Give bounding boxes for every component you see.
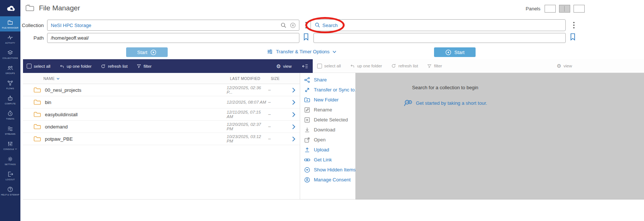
action-label: Upload (314, 147, 329, 153)
gear-icon: ⚙ (276, 64, 281, 69)
path-input-box (47, 33, 299, 43)
file-list: NAME LAST MODIFIED SIZE 00_nesi_projects… (23, 73, 300, 200)
action-manage-consent[interactable]: Manage Consent (300, 175, 355, 185)
bookmark-icon[interactable] (570, 33, 576, 41)
sidebar-item-label: STREAMS (5, 133, 16, 135)
action-show-hidden-items[interactable]: Show Hidden Items (300, 165, 355, 175)
action-share[interactable]: Share (300, 75, 355, 85)
sidebar-item-streams[interactable]: STREAMS (0, 123, 20, 138)
action-upload[interactable]: Upload (300, 145, 355, 155)
path-input-right[interactable] (314, 35, 565, 41)
column-header-name[interactable]: NAME (43, 77, 60, 81)
view-button[interactable]: ⚙ view (556, 63, 572, 68)
two-panel-button[interactable] (559, 5, 570, 13)
collection-search-input[interactable] (321, 23, 565, 28)
select-all-label: select all (324, 64, 341, 68)
filter-icon (427, 64, 432, 68)
empty-state-title: Search for a collection to begin (380, 85, 510, 90)
filter-button[interactable]: filter (137, 64, 152, 68)
sidebar-item-compute[interactable]: COMPUTE (0, 92, 20, 107)
three-panel-button[interactable] (574, 5, 585, 13)
path-input[interactable] (47, 35, 299, 41)
search-icon[interactable] (280, 22, 287, 29)
globus-logo[interactable] (0, 0, 20, 16)
table-row[interactable]: ondemand 12/20/2025, 02:37 PM – (23, 121, 300, 133)
start-transfer-button-left[interactable]: Start (126, 47, 168, 57)
up-one-folder-button[interactable]: up one folder (350, 63, 382, 68)
file-name: potpaw_PBE (45, 136, 227, 142)
chevron-down-icon (15, 148, 17, 150)
chevron-right-icon[interactable] (292, 136, 295, 142)
sidebar-item-activity[interactable]: ACTIVITY (0, 31, 20, 47)
view-button[interactable]: ⚙ view (276, 64, 292, 69)
tour-link-label: Get started by taking a short tour. (416, 100, 487, 106)
select-all-label: select all (34, 64, 50, 68)
table-row[interactable]: potpaw_PBE 10/23/2025, 03:12 PM – (23, 133, 300, 145)
file-modified: 12/2/2025, 08:07 AM (227, 100, 267, 104)
select-all-checkbox[interactable] (317, 64, 322, 68)
sidebar-item-help-sitemap[interactable]: HELP & SITEMAP (0, 183, 20, 198)
eye-icon (304, 167, 310, 173)
file-name: ondemand (45, 124, 227, 130)
share-icon (304, 77, 310, 83)
sidebar-item-file-manager[interactable]: FILE MANAGER (0, 16, 20, 31)
table-row[interactable]: easybuildinstall 12/11/2025, 07:15 AM – (23, 108, 300, 121)
one-panel-button[interactable] (545, 5, 556, 13)
refresh-list-button[interactable]: refresh list (391, 63, 418, 68)
action-rename: Rename (300, 105, 355, 115)
view-label: view (564, 64, 572, 68)
sidebar-item-flows[interactable]: FLOWS (0, 77, 20, 92)
sidebar-item-console[interactable]: CONSOLE (0, 138, 20, 153)
sidebar-item-logout[interactable]: LOGOUT (0, 168, 20, 183)
file-manager-icon (7, 19, 13, 26)
action-menu: Share Transfer or Sync to... New Folder … (300, 73, 355, 200)
action-get-link[interactable]: Get Link (300, 155, 355, 165)
search-menu-kebab-icon[interactable] (570, 20, 578, 30)
chevron-right-icon[interactable] (292, 124, 295, 130)
sidebar-item-label: COLLECTIONS (2, 57, 18, 59)
sidebar-item-label: COMPUTE (5, 103, 16, 105)
up-one-folder-button[interactable]: up one folder (59, 64, 92, 69)
main-area: File Manager Panels Collection Path Star… (20, 0, 644, 221)
select-all-control[interactable]: select all (27, 64, 50, 68)
folder-icon (33, 124, 41, 130)
folder-icon (33, 136, 41, 142)
sidebar-item-settings[interactable]: SETTINGS (0, 153, 20, 168)
action-label: New Folder (314, 97, 338, 103)
refresh-icon (101, 64, 106, 69)
action-new-folder[interactable]: New Folder (300, 95, 355, 105)
filter-button[interactable]: filter (427, 64, 442, 68)
sidebar-item-collections[interactable]: COLLECTIONS (0, 47, 20, 62)
clear-icon[interactable] (290, 22, 296, 29)
chevron-right-icon[interactable] (292, 112, 295, 117)
file-name: bin (45, 100, 227, 105)
sidebar-item-timers[interactable]: TIMERS (0, 107, 20, 123)
collapse-menu-button[interactable] (302, 64, 308, 69)
collection-input[interactable] (47, 23, 280, 28)
action-download: Download (300, 125, 355, 135)
file-name: 00_nesi_projects (45, 87, 227, 93)
chevron-right-icon[interactable] (292, 100, 295, 105)
table-row[interactable]: 00_nesi_projects 12/20/2025, 02:36 P... … (23, 84, 300, 96)
open-icon (304, 137, 310, 143)
file-size: – (268, 136, 279, 141)
start-transfer-button-right[interactable]: Start (434, 47, 476, 57)
select-all-control[interactable]: select all (317, 64, 341, 68)
action-label: Download (314, 127, 335, 133)
collection-menu-kebab-icon[interactable] (302, 20, 310, 30)
action-transfer-sync[interactable]: Transfer or Sync to... (300, 85, 355, 95)
panels-switcher: Panels (526, 5, 585, 13)
transfer-timer-options[interactable]: Transfer & Timer Options (253, 48, 350, 55)
rename-icon (304, 107, 310, 113)
table-row[interactable]: bin 12/2/2025, 08:07 AM – (23, 96, 300, 108)
chevron-right-icon[interactable] (292, 87, 295, 93)
sidebar-item-groups[interactable]: GROUPS (0, 62, 20, 77)
file-size: – (268, 124, 279, 129)
refresh-list-label: refresh list (398, 64, 418, 68)
tour-link[interactable]: Get started by taking a short tour. (380, 98, 510, 107)
select-all-checkbox[interactable] (27, 64, 32, 68)
bookmark-icon[interactable] (303, 33, 309, 41)
refresh-list-button[interactable]: refresh list (101, 64, 128, 69)
consent-icon (304, 177, 310, 183)
help-icon (7, 186, 13, 192)
